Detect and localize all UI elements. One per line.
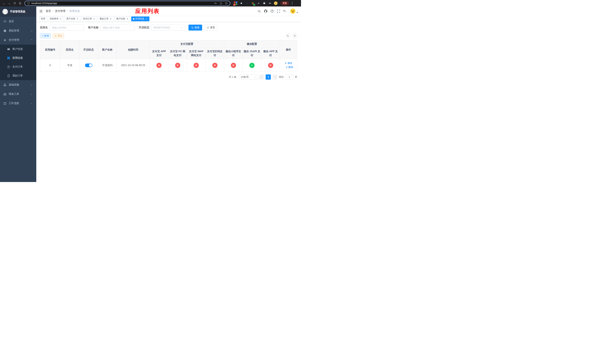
wechat-app-status-icon: × — [268, 63, 273, 68]
chevron-down-icon — [31, 103, 32, 104]
browser-update-button[interactable]: 更新 — [280, 1, 289, 6]
close-icon[interactable]: × — [109, 18, 112, 20]
breadcrumb-separator: / — [53, 10, 53, 13]
reset-button[interactable]: 重置 — [204, 25, 218, 31]
table-row: 6 芋道 芋道源码 2021-10-23 08:49:25 × × × × × … — [40, 59, 297, 72]
tab-process-form[interactable]: 流程表单× — [48, 16, 64, 21]
yen-icon: ¥ — [3, 39, 7, 42]
dashboard-icon — [3, 20, 7, 23]
logo-avatar-icon — [2, 9, 8, 14]
tab-merchant-info[interactable]: 商户信息× — [115, 16, 130, 21]
add-button[interactable]: +新增 — [40, 33, 51, 38]
prev-page-button[interactable] — [259, 75, 264, 80]
site-info-icon[interactable] — [27, 2, 30, 5]
password-key-icon[interactable] — [214, 2, 217, 5]
breadcrumb-home[interactable]: 首页 — [46, 10, 51, 13]
help-icon[interactable]: ? — [270, 10, 274, 13]
sidebar-item-workflow[interactable]: 工作流程 — [0, 99, 36, 108]
sidebar: 芋道管理系统 首页 系统管理 ¥ 支付管理 — [0, 7, 36, 182]
sidebar-item-system[interactable]: 系统管理 — [0, 26, 36, 35]
page-number-button[interactable]: 1 — [266, 75, 271, 80]
extension-dark-icon[interactable] — [245, 1, 249, 5]
chevron-down-icon — [297, 12, 298, 13]
browser-menu-icon[interactable] — [290, 1, 294, 6]
close-icon[interactable]: × — [126, 18, 129, 20]
sidebar-item-infrastructure[interactable]: 基础设施 — [0, 80, 36, 89]
tab-user-group[interactable]: 用户分组× — [64, 16, 80, 21]
tab-home[interactable]: 首页 — [39, 16, 47, 21]
delete-button[interactable]: 删除 — [286, 65, 293, 69]
sidebar-item-home[interactable]: 首页 — [0, 17, 36, 26]
goto-page-input[interactable] — [286, 75, 293, 80]
column-header-actions: 操作 — [280, 40, 297, 59]
extension-green-square-icon[interactable] — [262, 1, 266, 5]
bookmark-star-icon[interactable] — [225, 2, 228, 5]
refresh-table-button[interactable] — [292, 33, 297, 38]
column-header: 支付宝 PC 网站支付 — [168, 48, 187, 59]
status-select[interactable]: 请选择开启状态 — [151, 25, 184, 31]
breadcrumb-payment[interactable]: 支付管理 — [55, 10, 65, 13]
extension-blocks-icon[interactable]: 10 — [234, 1, 237, 5]
app-name-input[interactable] — [50, 25, 84, 31]
merchant-name-label: 商户名称 — [88, 26, 98, 29]
refresh-icon — [207, 26, 209, 29]
browser-forward-button[interactable]: → — [7, 1, 12, 6]
document-icon — [7, 75, 10, 77]
sidebar-collapse-icon[interactable] — [39, 10, 43, 13]
url-text[interactable]: localhost:1024/pay/app — [32, 2, 213, 5]
sidebar-item-app-info[interactable]: 应用信息 — [0, 54, 36, 62]
close-icon[interactable]: × — [76, 18, 79, 20]
column-header: 支付宝 WAP 网站支付 — [187, 48, 206, 59]
sidebar-item-merchant-info[interactable]: 商户信息 — [0, 45, 36, 54]
sidebar-item-payment[interactable]: ¥ 支付管理 — [0, 35, 36, 45]
browser-back-button[interactable]: ← — [1, 1, 7, 6]
group-header-alipay: 支付宝配置 — [150, 40, 224, 48]
browser-chrome: ← → localhost:1024/pay/app 10 — [0, 0, 301, 7]
cell-created: 2021-10-23 08:49:25 — [117, 59, 150, 72]
close-icon[interactable]: × — [93, 18, 95, 20]
app-logo[interactable]: 芋道管理系统 — [0, 7, 36, 17]
total-count: 共 1 条 — [229, 75, 236, 79]
app-name-label: 应用名 — [40, 26, 48, 29]
sidebar-item-refund-order[interactable]: 退款订单 — [0, 71, 36, 80]
share-icon[interactable] — [220, 2, 222, 5]
page-content: 应用名 商户名称 开启状态 请选择开启状态 搜索 — [36, 22, 301, 182]
github-icon[interactable] — [264, 10, 267, 13]
address-bar[interactable]: localhost:1024/pay/app — [24, 1, 230, 6]
breadcrumb: 首页 / 支付管理 / 应用信息 — [46, 10, 80, 13]
font-size-icon[interactable]: TT — [283, 10, 287, 13]
close-icon[interactable]: × — [59, 18, 62, 20]
browser-refresh-button[interactable] — [12, 1, 17, 6]
page-size-select[interactable]: 10条/页 — [239, 75, 258, 80]
export-button[interactable]: 导出 — [53, 33, 64, 38]
extension-avatar-icon[interactable]: 1 — [251, 1, 255, 5]
close-icon[interactable]: × — [145, 18, 148, 20]
svg-text:?: ? — [272, 10, 273, 12]
next-page-button[interactable] — [272, 75, 278, 80]
browser-home-button[interactable] — [18, 1, 22, 6]
toggle-search-button[interactable] — [285, 33, 290, 38]
fullscreen-icon[interactable] — [277, 10, 280, 13]
tab-pay-order[interactable]: 支付订单× — [81, 16, 97, 21]
column-header: 应用编号 — [40, 40, 60, 59]
column-header: 微信 APP 支付 — [261, 48, 280, 59]
user-avatar[interactable] — [290, 8, 298, 14]
edit-button[interactable]: 修改 — [285, 61, 292, 65]
cell-status — [79, 59, 98, 72]
avatar-icon — [290, 8, 296, 14]
app-status-switch[interactable] — [85, 64, 92, 67]
tab-app-info[interactable]: 应用信息× — [131, 16, 149, 21]
chevron-down-icon — [31, 93, 32, 95]
header-search-icon[interactable] — [258, 10, 261, 13]
search-button[interactable]: 搜索 — [188, 25, 202, 31]
extension-green-circle-icon[interactable] — [257, 1, 260, 5]
extension-robot-icon[interactable] — [268, 1, 272, 5]
cell-actions: 修改 删除 — [280, 59, 297, 72]
extension-blue-icon[interactable] — [239, 1, 243, 5]
tab-refund-order[interactable]: 退款订单× — [98, 16, 114, 21]
merchant-name-input[interactable] — [100, 25, 135, 31]
extension-emoji-icon[interactable] — [274, 1, 278, 5]
sidebar-item-dev-tools[interactable]: 研发工具 — [0, 89, 36, 99]
column-header: 商户名称 — [98, 40, 117, 59]
sidebar-item-pay-order[interactable]: ¥ 支付订单 — [0, 62, 36, 71]
